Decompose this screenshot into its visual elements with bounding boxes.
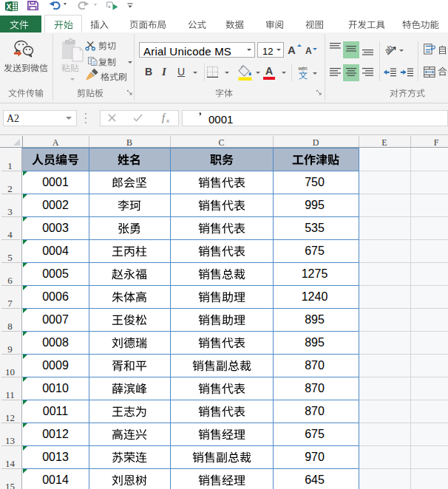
svg-text:X: X — [7, 2, 12, 11]
svg-text:ab: ab — [383, 43, 394, 55]
